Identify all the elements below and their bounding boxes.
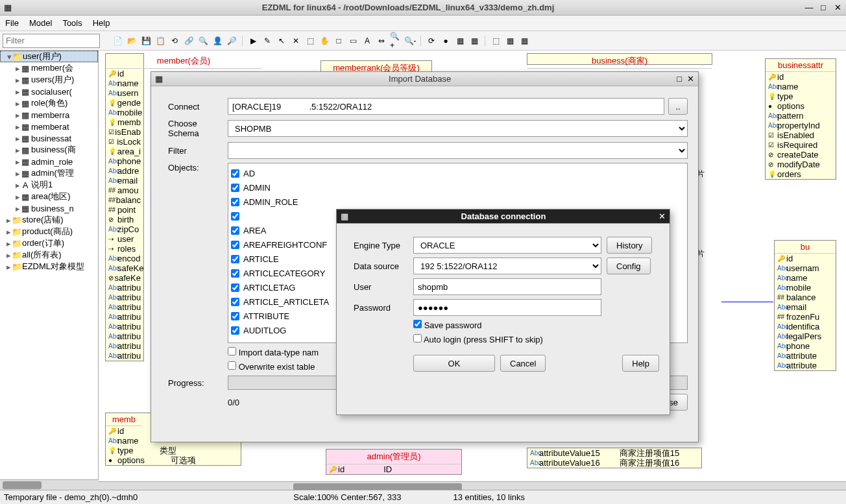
field-row[interactable]: ⊘modifyDate	[766, 160, 836, 169]
toolbar-button-25[interactable]: ▦	[453, 34, 466, 47]
tree-row-15[interactable]: ▸📁product(商品)	[0, 226, 98, 237]
ok-button[interactable]: OK	[413, 355, 495, 372]
field-row[interactable]: 🔑id	[775, 254, 836, 263]
menu-tools[interactable]: Tools	[62, 18, 82, 28]
field-row[interactable]: 🔑id	[106, 69, 143, 78]
field-row[interactable]: Abcattribute	[775, 351, 836, 361]
field-row[interactable]: 🔑id	[766, 72, 836, 82]
tree-row-14[interactable]: ▸📁store(店铺)	[0, 214, 98, 226]
field-row[interactable]: ☑isEnab	[106, 127, 143, 137]
tree-row-12[interactable]: ▸▦area(地区)	[0, 191, 98, 202]
minimize-button[interactable]: —	[804, 3, 814, 12]
tree-row-3[interactable]: ▸▦socialuser(	[0, 86, 98, 97]
field-row[interactable]: ##balance	[775, 293, 836, 302]
toolbar-button-16[interactable]: □	[332, 34, 345, 47]
field-row[interactable]: 💡memb	[106, 117, 143, 127]
field-row[interactable]: Abcattribute	[775, 361, 836, 370]
field-row[interactable]: ⇢roles	[106, 244, 143, 254]
entity-admin[interactable]: admin(管理员) 🔑idID	[326, 449, 462, 475]
field-row[interactable]: ##balanc	[106, 195, 143, 205]
toolbar-button-12[interactable]: ↖	[275, 34, 288, 47]
object-item-0[interactable]: AD	[231, 166, 684, 180]
entity-attrvals[interactable]: AbcattributeValue15商家注册项值15 Abcattribute…	[527, 448, 702, 468]
field-row[interactable]: AbcsafeKe	[106, 263, 143, 273]
config-button[interactable]: Config	[607, 258, 651, 274]
filter-input[interactable]	[3, 34, 100, 48]
toolbar-button-18[interactable]: A	[361, 34, 374, 47]
tree-row-2[interactable]: ▸▦users(用户)	[0, 74, 98, 86]
history-button[interactable]: History	[607, 237, 652, 254]
field-row[interactable]: Abcemail	[775, 302, 836, 312]
toolbar-button-13[interactable]: ✕	[289, 34, 302, 47]
filter-select[interactable]	[228, 142, 688, 159]
entity-bu2[interactable]: bu 🔑idAbcusernamAbcnameAbcmobile##balanc…	[774, 240, 836, 371]
field-row[interactable]: Abcattribu	[106, 283, 143, 293]
toolbar-button-26[interactable]: ▦	[468, 34, 481, 47]
field-row[interactable]: ☑isEnabled	[766, 130, 836, 140]
tree-row-0[interactable]: ▾📁user(用户)	[0, 51, 98, 62]
import-datatype-checkbox[interactable]: Import data-type nam	[228, 347, 319, 357]
entity-memberrank[interactable]: memberrank(会员等级)	[320, 60, 432, 72]
toolbar-button-28[interactable]: ⬚	[489, 34, 502, 47]
tree-row-17[interactable]: ▸📁all(所有表)	[0, 249, 98, 261]
field-row[interactable]: Abcusern	[106, 88, 143, 98]
overwrite-checkbox[interactable]: Overwrite exist table	[228, 361, 315, 372]
toolbar-button-17[interactable]: ▭	[346, 34, 359, 47]
dialog-close[interactable]: ✕	[687, 74, 694, 84]
field-row[interactable]: ⊘safeKe	[106, 273, 143, 283]
field-row[interactable]: Abcattribu	[106, 351, 143, 361]
toolbar-button-5[interactable]: 🔗	[182, 34, 195, 47]
field-row[interactable]: Abcaddre	[106, 166, 143, 176]
field-row[interactable]: Abcencod	[106, 254, 143, 263]
user-input[interactable]	[413, 278, 601, 295]
field-row[interactable]: ●options	[766, 101, 836, 111]
toolbar-button-7[interactable]: 👤	[211, 34, 224, 47]
tree-sidebar[interactable]: ▾📁user(用户)▸▦member(会▸▦users(用户)▸▦socialu…	[0, 51, 99, 492]
engine-select[interactable]: ORACLE	[413, 237, 601, 254]
field-row[interactable]: Abcname	[775, 273, 836, 283]
entity-business[interactable]: business(商家)	[527, 53, 712, 65]
maximize-button[interactable]: □	[819, 3, 828, 12]
field-row[interactable]: AbczipCo	[106, 224, 143, 234]
toolbar-button-3[interactable]: 📋	[154, 34, 167, 47]
field-row[interactable]: ●options可选项	[106, 455, 241, 465]
field-row[interactable]: Abcusernam	[775, 263, 836, 273]
toolbar-button-15[interactable]: ✋	[318, 34, 331, 47]
field-row[interactable]: ##point	[106, 205, 143, 215]
tree-row-7[interactable]: ▸▦businessat	[0, 132, 98, 144]
connect-browse-button[interactable]: ..	[668, 98, 688, 115]
field-row[interactable]: Abcattribu	[106, 341, 143, 351]
field-row[interactable]: 💡type	[766, 91, 836, 101]
field-row[interactable]: ⇢user	[106, 234, 143, 244]
menu-help[interactable]: Help	[93, 18, 110, 28]
toolbar-button-6[interactable]: 🔍	[197, 34, 210, 47]
toolbar-button-29[interactable]: ▦	[503, 34, 516, 47]
field-row[interactable]: ☑isRequired	[766, 140, 836, 150]
toolbar-button-21[interactable]: 🔍-	[404, 34, 417, 47]
toolbar-button-30[interactable]: ▦	[518, 34, 531, 47]
field-row[interactable]: Abcpattern	[766, 111, 836, 121]
tree-row-18[interactable]: ▸📁EZDML对象模型	[0, 261, 98, 272]
tree-row-10[interactable]: ▸▦admin(管理	[0, 167, 98, 179]
tree-row-8[interactable]: ▸▦business(商	[0, 144, 98, 156]
toolbar-button-1[interactable]: 📂	[125, 34, 138, 47]
tree-row-6[interactable]: ▸▦memberat	[0, 121, 98, 132]
connect-input[interactable]	[228, 98, 664, 115]
field-row[interactable]: Abcattribu	[106, 322, 143, 331]
object-item-2[interactable]: ADMIN_ROLE	[231, 195, 684, 209]
password-input[interactable]	[413, 299, 601, 316]
tree-row-5[interactable]: ▸▦memberra	[0, 109, 98, 121]
datasource-select[interactable]: 192 5:1522/ORA112	[413, 258, 601, 274]
field-row[interactable]: Abcattribu	[106, 312, 143, 322]
field-row[interactable]: ##frozenFu	[775, 312, 836, 322]
toolbar-button-11[interactable]: ✎	[261, 34, 274, 47]
sidebar-h-scroll[interactable]	[0, 479, 99, 490]
dialog-close[interactable]: ✕	[659, 211, 666, 221]
field-row[interactable]: ⊘birth	[106, 215, 143, 224]
toolbar-button-4[interactable]: ⟲	[168, 34, 181, 47]
entity-businessattr[interactable]: businessattr 🔑idAbcname💡type●optionsAbcp…	[765, 58, 836, 180]
tree-row-4[interactable]: ▸▦role(角色)	[0, 97, 98, 109]
help-button[interactable]: Help	[622, 355, 659, 372]
field-row[interactable]: Abcname	[106, 78, 143, 88]
field-row[interactable]: Abcmobile	[775, 283, 836, 293]
